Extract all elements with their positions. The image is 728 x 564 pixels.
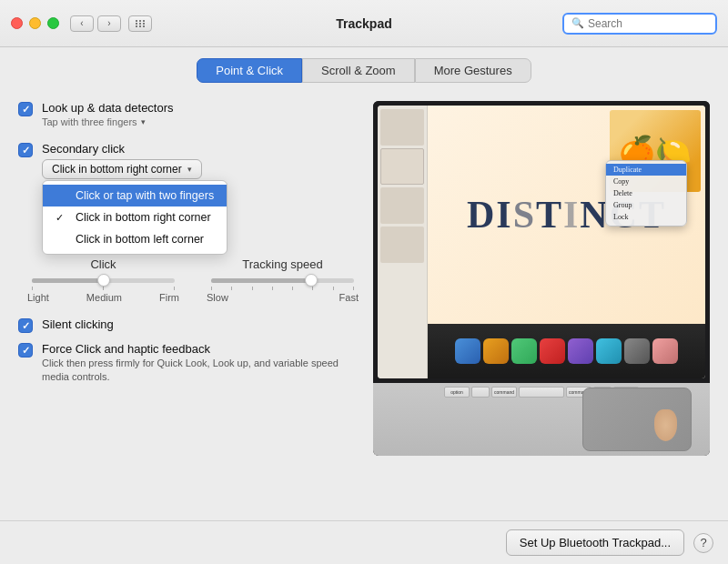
tick-icon [312, 287, 313, 290]
grid-dots-icon [136, 20, 146, 27]
secondary-click-title: Secondary click [42, 142, 359, 156]
tick-icon [32, 287, 33, 290]
lookup-chevron-icon: ▾ [141, 117, 146, 126]
dock-area [428, 324, 705, 378]
force-click-row: Force Click and haptic feedback Click th… [18, 342, 359, 385]
tracking-slider-filled [211, 278, 311, 283]
click-slider-label: Click [27, 257, 179, 271]
lookup-subtitle[interactable]: Tap with three fingers ▾ [42, 116, 359, 127]
force-click-title: Force Click and haptic feedback [42, 342, 351, 356]
search-icon: 🔍 [571, 17, 584, 29]
dropdown-chevron-icon: ▾ [187, 165, 192, 174]
search-box[interactable]: 🔍 [562, 13, 717, 35]
silent-clicking-title: Silent clicking [42, 317, 114, 331]
tick-icon [292, 287, 293, 290]
help-button[interactable]: ? [693, 533, 713, 553]
tracking-slider-group: Tracking speed Slow Fast [207, 257, 359, 303]
dock-icon [483, 338, 509, 364]
dropdown-option-two-fingers[interactable]: Click or tap with two fingers [43, 185, 227, 206]
tick-icon [103, 287, 104, 290]
traffic-lights [11, 17, 59, 29]
dropdown-option-bottom-left[interactable]: Click in bottom left corner [43, 228, 227, 250]
maximize-button[interactable] [47, 17, 59, 29]
app-window: DISTINCT 🍊🍋 Duplicate Copy Delete Group … [378, 106, 705, 378]
screen-area: DISTINCT 🍊🍋 Duplicate Copy Delete Group … [373, 101, 710, 383]
back-button[interactable]: ‹ [70, 15, 94, 32]
silent-clicking-row: Silent clicking [18, 317, 359, 333]
dock-icon [568, 338, 593, 364]
tracking-slider-label: Tracking speed [207, 257, 359, 271]
lookup-title: Look up & data detectors [42, 101, 359, 115]
window-title: Trackpad [336, 16, 391, 31]
grid-apps-button[interactable] [128, 15, 152, 32]
nav-buttons: ‹ › [70, 15, 121, 32]
silent-clicking-text: Silent clicking [42, 317, 114, 331]
main-content: Look up & data detectors Tap with three … [0, 92, 728, 465]
setup-bluetooth-button[interactable]: Set Up Bluetooth Trackpad... [506, 529, 684, 556]
key: command [491, 387, 517, 398]
secondary-click-dropdown-menu: Click or tap with two fingers Click in b… [42, 180, 228, 255]
click-slider-filled [32, 278, 104, 283]
tracking-slider-track[interactable] [211, 278, 354, 283]
click-slider-group: Click Light Medium Firm [27, 257, 179, 303]
click-slider-ticks [32, 287, 175, 290]
tick-icon [333, 287, 334, 290]
force-click-checkbox[interactable] [18, 343, 33, 358]
lookup-setting-row: Look up & data detectors Tap with three … [18, 101, 359, 127]
tick-icon [174, 287, 175, 290]
tracking-slider-thumb[interactable] [305, 274, 318, 287]
left-panel: Look up & data detectors Tap with three … [18, 101, 359, 456]
forward-button[interactable]: › [97, 15, 121, 32]
tick-icon [272, 287, 273, 290]
tick-icon [353, 287, 354, 290]
key-space [519, 387, 564, 398]
keyboard-area: option command command en option [373, 383, 710, 456]
click-slider-thumb[interactable] [97, 274, 110, 287]
dock-icon [511, 338, 537, 364]
context-menu: Duplicate Copy Delete Group Lock [605, 160, 687, 227]
dropdown-option-bottom-right[interactable]: Click in bottom right corner [43, 206, 227, 228]
key: option [444, 387, 470, 398]
secondary-click-content: Secondary click Click in bottom right co… [42, 142, 359, 179]
click-slider-sublabels: Light Medium Firm [27, 292, 179, 303]
ctx-item-4: Lock [606, 211, 686, 223]
dock-icon [652, 338, 678, 364]
ctx-item-3: Group [606, 199, 686, 211]
minimize-button[interactable] [29, 17, 41, 29]
force-click-text: Force Click and haptic feedback Click th… [42, 342, 351, 385]
dock-icon [624, 338, 650, 364]
click-slider-track[interactable] [32, 278, 175, 283]
tab-point-click[interactable]: Point & Click [197, 58, 302, 83]
key [471, 387, 490, 398]
bottom-bar: Set Up Bluetooth Trackpad... ? [0, 520, 728, 564]
dock-icon [540, 338, 565, 364]
titlebar: ‹ › Trackpad 🔍 [0, 0, 728, 47]
tick-icon [252, 287, 253, 290]
bottom-checks: Silent clicking Force Click and haptic f… [18, 317, 359, 385]
ctx-item-0: Duplicate [606, 164, 686, 176]
dock-icon [455, 338, 480, 364]
tick-icon [211, 287, 212, 290]
finger-icon [654, 409, 677, 441]
trackpad[interactable] [582, 388, 692, 451]
silent-clicking-checkbox[interactable] [18, 318, 33, 333]
tick-icon [231, 287, 232, 290]
secondary-click-row: Secondary click Click in bottom right co… [18, 142, 359, 179]
app-main-content: DISTINCT 🍊🍋 Duplicate Copy Delete Group … [428, 106, 705, 324]
dock-icon [596, 338, 622, 364]
tracking-slider-sublabels: Slow Fast [207, 292, 359, 303]
close-button[interactable] [11, 17, 23, 29]
tabs-bar: Point & Click Scroll & Zoom More Gesture… [0, 47, 728, 92]
search-input[interactable] [588, 17, 706, 30]
macbook-illustration: DISTINCT 🍊🍋 Duplicate Copy Delete Group … [373, 101, 710, 456]
lookup-content: Look up & data detectors Tap with three … [42, 101, 359, 127]
secondary-click-dropdown[interactable]: Click in bottom right corner ▾ [42, 159, 202, 179]
ctx-item-2: Delete [606, 187, 686, 199]
tab-more-gestures[interactable]: More Gestures [415, 58, 531, 83]
secondary-click-checkbox[interactable] [18, 143, 33, 157]
tab-scroll-zoom[interactable]: Scroll & Zoom [302, 58, 415, 83]
ctx-item-1: Copy [606, 176, 686, 187]
lookup-checkbox[interactable] [18, 102, 33, 116]
tracking-slider-ticks [211, 287, 354, 290]
sliders-section: Click Light Medium Firm Tracking [18, 257, 359, 303]
